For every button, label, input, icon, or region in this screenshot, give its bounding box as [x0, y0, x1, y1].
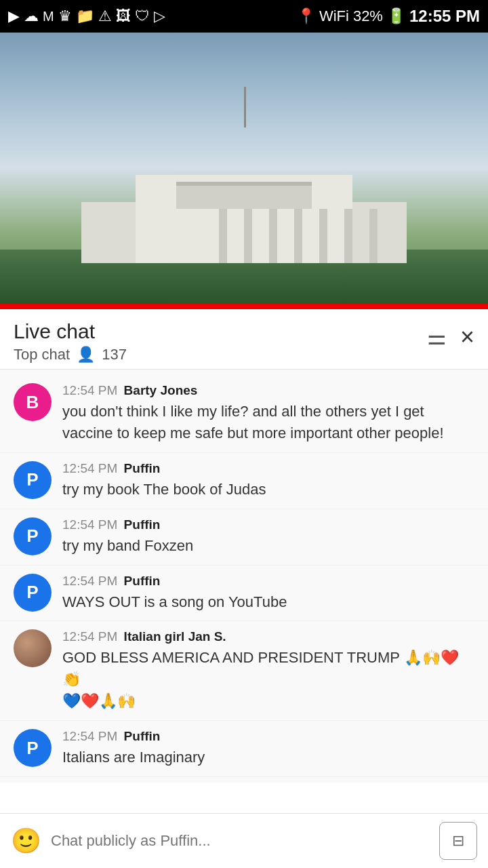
- chat-username-barty: Barty Jones: [124, 383, 198, 397]
- viewer-count: 137: [102, 346, 127, 363]
- chat-text-barty: you don't think I like my life? and all …: [62, 401, 474, 444]
- play2-icon: ▷: [154, 7, 165, 25]
- folder-icon: 📁: [76, 7, 94, 25]
- chat-item-italian: 12:54 PM Italian girl Jan S. GOD BLESS A…: [0, 621, 488, 721]
- chat-meta-puffin2: 12:54 PM Puffin: [62, 517, 474, 532]
- chat-content-barty: 12:54 PM Barty Jones you don't think I l…: [62, 383, 474, 444]
- status-icons-right: 📍 WiFi 32% 🔋 12:55 PM: [297, 7, 480, 26]
- livechat-title: Live chat: [14, 320, 127, 343]
- chat-time-barty: 12:54 PM: [62, 383, 117, 397]
- chat-time-puffin3: 12:54 PM: [62, 574, 117, 588]
- chat-content-puffin1: 12:54 PM Puffin try my book The book of …: [62, 461, 474, 500]
- crown-icon: ♛: [58, 7, 72, 25]
- chat-username-italian: Italian girl Jan S.: [124, 629, 226, 644]
- avatar-italian: [14, 629, 52, 667]
- chat-username-puffin1: Puffin: [124, 461, 161, 475]
- chat-meta-italian: 12:54 PM Italian girl Jan S.: [62, 629, 474, 644]
- send-button[interactable]: ⊟: [439, 822, 477, 860]
- chat-time-puffin2: 12:54 PM: [62, 517, 117, 532]
- wifi-icon: WiFi: [319, 7, 349, 25]
- chat-item-puffin3: P 12:54 PM Puffin WAYS OUT is a song on …: [0, 566, 488, 622]
- livechat-header: Live chat Top chat 👤 137 ⚌ ×: [0, 309, 488, 369]
- chat-content-puffin2: 12:54 PM Puffin try my band Foxzen: [62, 517, 474, 557]
- chat-time-italian: 12:54 PM: [62, 629, 117, 644]
- chat-meta-puffin3: 12:54 PM Puffin: [62, 574, 474, 589]
- top-chat-label[interactable]: Top chat: [14, 346, 70, 363]
- chat-item-puffin4: P 12:54 PM Puffin Italians are Imaginary: [0, 721, 488, 777]
- filter-icon[interactable]: ⚌: [427, 324, 447, 350]
- livechat-subtitle[interactable]: Top chat 👤 137: [14, 346, 127, 363]
- livechat-title-area: Live chat Top chat 👤 137: [14, 320, 127, 363]
- shield-icon: 🛡: [135, 7, 150, 25]
- alert-icon: ⚠: [98, 7, 112, 25]
- avatar-puffin1: P: [14, 461, 52, 499]
- red-accent-bar: [0, 304, 488, 309]
- avatar-puffin4: P: [14, 729, 52, 767]
- chat-item-puffin2: P 12:54 PM Puffin try my band Foxzen: [0, 509, 488, 566]
- chat-item-barty: B 12:54 PM Barty Jones you don't think I…: [0, 375, 488, 453]
- battery-text: 32%: [353, 7, 383, 25]
- battery-icon: 🔋: [387, 7, 405, 25]
- chat-input-bar[interactable]: 🙂 ⊟: [0, 813, 488, 868]
- avatar-puffin2: P: [14, 517, 52, 555]
- chat-meta-barty: 12:54 PM Barty Jones: [62, 383, 474, 398]
- chat-username-puffin2: Puffin: [124, 517, 161, 532]
- chat-content-italian: 12:54 PM Italian girl Jan S. GOD BLESS A…: [62, 629, 474, 712]
- emoji-button[interactable]: 🙂: [11, 827, 41, 855]
- chat-time-puffin1: 12:54 PM: [62, 461, 117, 475]
- image-icon: 🖼: [116, 7, 131, 25]
- chat-text-puffin4: Italians are Imaginary: [62, 747, 474, 768]
- chat-meta-puffin4: 12:54 PM Puffin: [62, 729, 474, 744]
- chat-time-puffin4: 12:54 PM: [62, 729, 117, 743]
- send-icon: ⊟: [452, 832, 464, 850]
- livechat-panel: Live chat Top chat 👤 137 ⚌ × B 12:54 PM …: [0, 309, 488, 837]
- livechat-controls: ⚌ ×: [427, 323, 474, 351]
- close-button[interactable]: ×: [460, 323, 474, 351]
- play-icon: ▶: [8, 7, 20, 25]
- status-bar: ▶ ☁ M ♛ 📁 ⚠ 🖼 🛡 ▷ 📍 WiFi 32% 🔋 12:55 PM: [0, 0, 488, 33]
- chat-content-puffin4: 12:54 PM Puffin Italians are Imaginary: [62, 729, 474, 768]
- video-thumbnail[interactable]: [0, 33, 488, 304]
- location-icon: 📍: [297, 7, 315, 25]
- avatar-barty: B: [14, 383, 52, 421]
- chat-text-puffin1: try my book The book of Judas: [62, 479, 474, 500]
- chat-username-puffin3: Puffin: [124, 574, 161, 588]
- chat-meta-puffin1: 12:54 PM Puffin: [62, 461, 474, 476]
- chat-item-puffin1: P 12:54 PM Puffin try my book The book o…: [0, 453, 488, 509]
- chat-content-puffin3: 12:54 PM Puffin WAYS OUT is a song on Yo…: [62, 574, 474, 613]
- chat-input-field[interactable]: [51, 832, 430, 850]
- chat-list: B 12:54 PM Barty Jones you don't think I…: [0, 370, 488, 783]
- whitehouse-graphic: [81, 127, 407, 263]
- status-time: 12:55 PM: [409, 7, 480, 26]
- people-icon: 👤: [77, 346, 95, 363]
- avatar-puffin3: P: [14, 574, 52, 612]
- chat-text-italian: GOD BLESS AMERICA AND PRESIDENT TRUMP 🙏🙌…: [62, 647, 474, 712]
- cloud-icon: ☁: [24, 7, 39, 25]
- m-icon: M: [43, 9, 54, 24]
- status-icons-left: ▶ ☁ M ♛ 📁 ⚠ 🖼 🛡 ▷: [8, 7, 165, 25]
- chat-username-puffin4: Puffin: [124, 729, 161, 743]
- chat-text-puffin2: try my band Foxzen: [62, 535, 474, 557]
- chat-text-puffin3: WAYS OUT is a song on YouTube: [62, 591, 474, 613]
